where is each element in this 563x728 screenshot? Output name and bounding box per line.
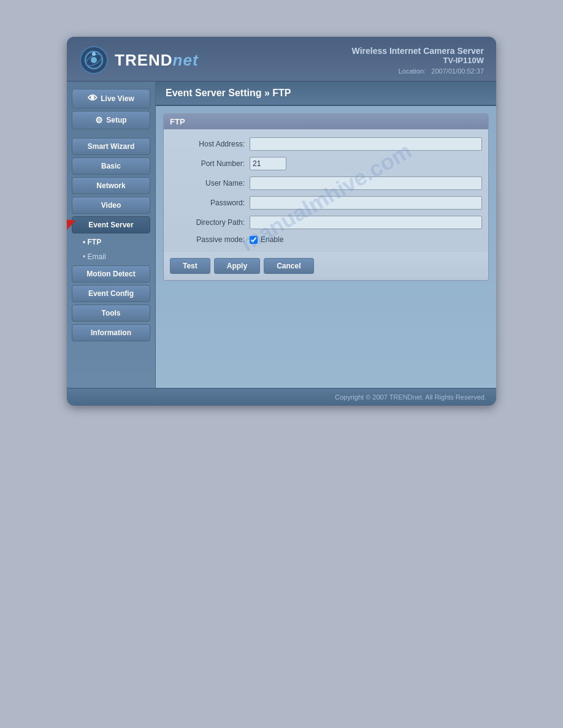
sidebar-sub-ftp[interactable]: • FTP — [72, 236, 150, 248]
password-label: Password: — [170, 199, 250, 207]
network-label: Network — [96, 181, 125, 190]
location-label: Location: — [399, 67, 426, 75]
body-layout: 👁 Live View ⚙ Setup Smart Wizard Basic N… — [67, 82, 496, 388]
port-number-input[interactable] — [250, 157, 286, 170]
passive-mode-label: Passive mode: — [170, 235, 250, 244]
sidebar-item-tools[interactable]: Tools — [72, 305, 150, 322]
sidebar-item-event-config[interactable]: Event Config — [72, 285, 150, 302]
page-title: Event Server Setting » FTP — [156, 82, 496, 106]
ftp-row-user-name: User Name: — [164, 173, 488, 193]
user-name-input[interactable] — [250, 176, 482, 190]
svg-point-4 — [92, 52, 96, 56]
gear-icon: ⚙ — [95, 115, 103, 125]
directory-path-input[interactable] — [250, 216, 482, 229]
host-address-label: Host Address: — [170, 140, 250, 148]
copyright-text: Copyright © 2007 TRENDnet. All Rights Re… — [335, 393, 486, 401]
live-view-button[interactable]: 👁 Live View — [72, 89, 150, 108]
event-config-label: Event Config — [88, 289, 134, 298]
motion-detect-label: Motion Detect — [86, 270, 135, 278]
port-number-label: Port Number: — [170, 159, 250, 168]
svg-line-6 — [67, 222, 71, 230]
test-button[interactable]: Test — [170, 258, 210, 274]
location-bar: Location: 2007/01/00:52:37 — [352, 67, 484, 75]
sidebar-sub-email[interactable]: • Email — [72, 251, 150, 263]
ftp-row-directory-path: Directory Path: — [164, 213, 488, 232]
logo-area: TRENDnet — [79, 45, 199, 75]
brand-name: TRENDnet — [115, 51, 199, 70]
host-address-input[interactable] — [250, 137, 482, 151]
main-container: TRENDnet Wireless Internet Camera Server… — [67, 37, 496, 406]
sidebar-item-event-server[interactable]: Event Server — [72, 216, 150, 233]
eye-icon: 👁 — [88, 93, 98, 104]
content-area: manualmhive.com FTP Host Address: Port N… — [156, 106, 496, 288]
red-arrow-icon — [67, 216, 76, 233]
basic-label: Basic — [101, 162, 121, 170]
email-sub-label: • Email — [83, 252, 106, 261]
passive-mode-check-area: Enable — [250, 235, 283, 244]
password-input[interactable] — [250, 196, 482, 210]
ftp-form: Host Address: Port Number: User Name: — [164, 129, 488, 252]
sidebar: 👁 Live View ⚙ Setup Smart Wizard Basic N… — [67, 82, 156, 388]
passive-mode-text: Enable — [261, 235, 283, 244]
sidebar-divider — [72, 132, 150, 135]
ftp-row-port-number: Port Number: — [164, 154, 488, 173]
header: TRENDnet Wireless Internet Camera Server… — [67, 37, 496, 82]
smart-wizard-label: Smart Wizard — [88, 142, 135, 151]
trendnet-logo-icon — [79, 45, 109, 75]
setup-label: Setup — [106, 116, 126, 124]
setup-button[interactable]: ⚙ Setup — [72, 111, 150, 129]
sidebar-event-server-wrapper: Event Server — [72, 216, 150, 233]
ftp-row-host-address: Host Address: — [164, 134, 488, 154]
button-row: Test Apply Cancel — [164, 252, 488, 280]
directory-path-label: Directory Path: — [170, 218, 250, 227]
sidebar-item-basic[interactable]: Basic — [72, 157, 150, 175]
sidebar-item-smart-wizard[interactable]: Smart Wizard — [72, 138, 150, 155]
live-view-label: Live View — [101, 94, 134, 103]
sidebar-item-network[interactable]: Network — [72, 177, 150, 194]
information-label: Information — [91, 328, 131, 337]
location-value: 2007/01/00:52:37 — [431, 67, 484, 75]
ftp-section-header: FTP — [164, 114, 488, 129]
svg-point-3 — [91, 57, 97, 63]
ftp-row-password: Password: — [164, 193, 488, 213]
user-name-label: User Name: — [170, 179, 250, 188]
footer: Copyright © 2007 TRENDnet. All Rights Re… — [67, 388, 496, 406]
ftp-sub-label: • FTP — [83, 238, 101, 246]
cancel-button[interactable]: Cancel — [264, 258, 313, 274]
event-server-label: Event Server — [88, 221, 133, 229]
sidebar-item-information[interactable]: Information — [72, 324, 150, 341]
ftp-row-passive-mode: Passive mode: Enable — [164, 232, 488, 247]
apply-button[interactable]: Apply — [214, 258, 260, 274]
ftp-section: FTP Host Address: Port Number: — [163, 113, 489, 281]
header-right: Wireless Internet Camera Server TV-IP110… — [352, 46, 484, 75]
sidebar-item-video[interactable]: Video — [72, 197, 150, 214]
video-label: Video — [101, 201, 121, 210]
brand-net: net — [173, 51, 199, 69]
brand-trend: TREND — [115, 51, 173, 69]
tools-label: Tools — [101, 309, 120, 317]
passive-mode-checkbox[interactable] — [250, 236, 258, 244]
product-model: TV-IP110W — [352, 56, 484, 65]
sidebar-item-motion-detect[interactable]: Motion Detect — [72, 265, 150, 282]
product-title: Wireless Internet Camera Server — [352, 46, 484, 56]
main-content: Event Server Setting » FTP manualmhive.c… — [156, 82, 496, 388]
